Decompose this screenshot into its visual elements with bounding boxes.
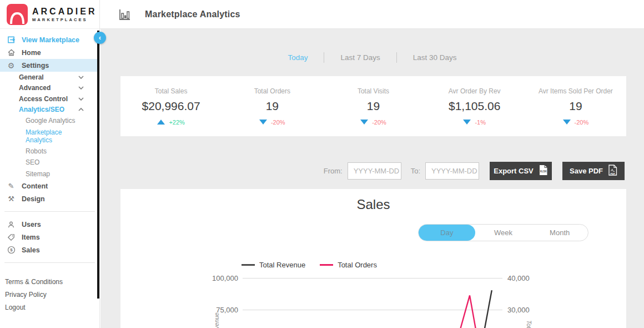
tools-icon: ⚒ bbox=[7, 195, 16, 203]
sidebar-item-general[interactable]: General bbox=[0, 72, 99, 83]
sidebar-item-items[interactable]: Items bbox=[0, 231, 99, 243]
item-tag-icon bbox=[7, 233, 16, 241]
pen-icon: ✎ bbox=[7, 182, 16, 190]
delta-value: +22% bbox=[169, 119, 184, 126]
sidebar-collapse-button[interactable]: ‹ bbox=[94, 32, 106, 44]
chart-plot bbox=[120, 189, 626, 328]
brand-name: ARCADIER bbox=[32, 7, 97, 16]
trend-up-icon bbox=[157, 120, 165, 125]
delta-value: -20% bbox=[575, 119, 589, 126]
arcadier-arch-icon bbox=[7, 4, 28, 25]
delta-value: -1% bbox=[475, 119, 486, 126]
chevron-down-icon bbox=[78, 86, 84, 90]
user-icon bbox=[7, 221, 16, 228]
sales-chart-card: Sales Day Week Month Total Revenue Total… bbox=[120, 189, 626, 328]
privacy-link[interactable]: Privacy Policy bbox=[0, 288, 99, 301]
sidebar-item-advanced[interactable]: Advanced bbox=[0, 83, 99, 94]
sidebar-item-home[interactable]: Home bbox=[0, 46, 99, 59]
save-pdf-button[interactable]: Save PDF PDF bbox=[562, 162, 625, 180]
export-csv-button[interactable]: Export CSV XLSX bbox=[490, 162, 552, 180]
brand-subtitle: MARKETPLACES bbox=[32, 17, 97, 22]
sidebar-item-settings[interactable]: ⚙ Settings bbox=[0, 59, 99, 72]
sidebar-item-view-marketplace[interactable]: View Marketplace bbox=[0, 33, 99, 46]
sidebar-item-robots[interactable]: Robots bbox=[0, 146, 99, 157]
date-filter-row: From: To: Export CSV XLSX Save PDF PDF bbox=[324, 162, 625, 180]
svg-text:$: $ bbox=[10, 247, 13, 252]
stats-card: Total Sales $20,996.07 +22% Total Orders… bbox=[120, 76, 626, 136]
tab-today[interactable]: Today bbox=[288, 53, 308, 62]
delta-value: -20% bbox=[271, 119, 285, 126]
sidebar-footer: Terms & Conditions Privacy Policy Logout bbox=[0, 275, 99, 314]
svg-text:PDF: PDF bbox=[610, 172, 615, 175]
trend-down-icon bbox=[563, 120, 571, 125]
dollar-circle-icon: $ bbox=[7, 246, 16, 254]
stat-total-visits: Total Visits 19 -20% bbox=[323, 87, 424, 126]
external-link-icon bbox=[7, 36, 16, 44]
pdf-file-icon: PDF bbox=[608, 165, 617, 177]
stat-total-orders: Total Orders 19 -20% bbox=[222, 87, 323, 126]
sidebar-item-content[interactable]: ✎ Content bbox=[0, 180, 99, 192]
chevron-down-icon bbox=[78, 76, 84, 79]
logout-link[interactable]: Logout bbox=[0, 301, 99, 314]
sidebar: ARCADIER MARKETPLACES View Marketplace H… bbox=[0, 0, 100, 328]
tab-last-30-days[interactable]: Last 30 Days bbox=[413, 53, 457, 62]
svg-text:XLSX: XLSX bbox=[540, 170, 547, 173]
sidebar-item-google-analytics[interactable]: Google Analytics bbox=[0, 115, 99, 127]
from-date-input[interactable] bbox=[348, 162, 401, 180]
terms-link[interactable]: Terms & Conditions bbox=[0, 275, 99, 288]
to-date-input[interactable] bbox=[425, 162, 479, 180]
chevron-down-icon bbox=[78, 97, 84, 101]
trend-down-icon bbox=[259, 120, 267, 125]
bar-chart-icon bbox=[118, 8, 132, 21]
delta-value: -20% bbox=[372, 119, 386, 126]
page-title: Marketplace Analytics bbox=[145, 9, 240, 19]
to-label: To: bbox=[411, 167, 420, 175]
sidebar-divider bbox=[4, 211, 95, 212]
home-icon bbox=[7, 48, 16, 57]
sidebar-item-sales[interactable]: $ Sales bbox=[0, 243, 99, 256]
tab-separator bbox=[324, 52, 324, 63]
sidebar-divider bbox=[4, 262, 95, 263]
tab-last-7-days[interactable]: Last 7 Days bbox=[340, 53, 380, 62]
xlsx-file-icon: XLSX bbox=[539, 165, 548, 177]
tab-separator bbox=[396, 52, 397, 63]
stat-avg-items-per-order: Avr Items Sold Per Order 19 -20% bbox=[525, 87, 626, 126]
main-content: Today Last 7 Days Last 30 Days Total Sal… bbox=[100, 29, 644, 328]
trend-down-icon bbox=[360, 120, 368, 125]
sidebar-item-marketplace-analytics[interactable]: Marketplace Analytics bbox=[0, 127, 72, 146]
chevron-up-icon bbox=[78, 108, 84, 111]
sidebar-item-design[interactable]: ⚒ Design bbox=[0, 192, 99, 205]
sidebar-item-access-control[interactable]: Access Control bbox=[0, 93, 99, 105]
gear-icon: ⚙ bbox=[7, 61, 16, 70]
range-tabs: Today Last 7 Days Last 30 Days bbox=[100, 52, 644, 63]
from-label: From: bbox=[324, 167, 343, 175]
orders-line bbox=[455, 295, 479, 328]
trend-down-icon bbox=[463, 120, 471, 125]
sidebar-scrollbar[interactable] bbox=[97, 31, 99, 299]
sidebar-item-sitemap[interactable]: Sitemap bbox=[0, 168, 99, 180]
sidebar-item-seo[interactable]: SEO bbox=[0, 157, 99, 168]
brand-logo[interactable]: ARCADIER MARKETPLACES bbox=[0, 0, 99, 29]
page-header: Marketplace Analytics bbox=[100, 0, 644, 29]
sidebar-item-users[interactable]: Users bbox=[0, 218, 99, 231]
revenue-line bbox=[480, 290, 492, 328]
sidebar-item-analytics-seo[interactable]: Analytics/SEO bbox=[0, 105, 99, 116]
sidebar-nav: View Marketplace Home ⚙ Settings General… bbox=[0, 29, 99, 314]
stat-avg-order-rev: Avr Order By Rev $1,105.06 -1% bbox=[424, 87, 525, 126]
stat-total-sales: Total Sales $20,996.07 +22% bbox=[120, 87, 222, 126]
